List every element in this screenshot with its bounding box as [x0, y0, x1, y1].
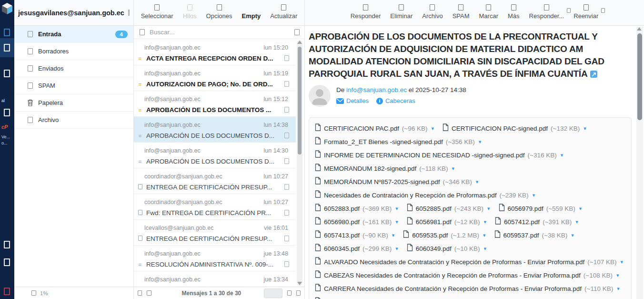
scroll-down-icon[interactable]: [297, 282, 302, 285]
message-row[interactable]: info@sanjuan.gob.eclun 15:20=ACTA ENTREG…: [134, 40, 296, 65]
cpanel-icon[interactable]: cP: [1, 124, 8, 130]
list-opciones-button[interactable]: Opciones: [206, 3, 232, 20]
attachment-dropdown-icon[interactable]: ▾: [392, 232, 395, 238]
attachment-certificacion-pac-pdf[interactable]: CERTIFICACION PAC.pdf(~96 KB)▾: [315, 124, 434, 133]
pager-prev-icon[interactable]: [287, 290, 292, 296]
rail-app-icon-6[interactable]: [4, 288, 10, 295]
attachment-dropdown-icon[interactable]: ▾: [584, 125, 586, 132]
message-reenviar-button[interactable]: Reenviar: [574, 3, 598, 20]
message-row[interactable]: info@sanjuan.gob.eclun 14:38=APROBACIÓN …: [134, 117, 296, 143]
attachment-dropdown-icon[interactable]: ▾: [616, 272, 619, 278]
message-checkbox[interactable]: [284, 236, 289, 241]
message-row[interactable]: coordinador@sanjuan.gob.eclun 10:27Fwd: …: [134, 194, 296, 220]
attachment-6056981-pdf[interactable]: 6056981.pdf(~12 KB)▾: [407, 217, 486, 227]
attachment-6056979-pdf[interactable]: 6056979.pdf(~559 KB)▾: [499, 204, 582, 213]
search-options-icon[interactable]: [294, 29, 300, 35]
attachment-formato-2-et-bienes-signed-signed-pdf[interactable]: Formato_2_ET Bienes -signed-signed.pdf(~…: [315, 137, 481, 146]
attachment-dropdown-icon[interactable]: ▾: [620, 259, 623, 265]
attachment-dropdown-icon[interactable]: ▾: [579, 206, 582, 212]
attachment-memor-ndum-n-857-2025-signed-pdf[interactable]: MEMORÁNDUM Nº857-2025-signed.pdf(~346 KB…: [315, 177, 478, 186]
message-checkbox[interactable]: [284, 133, 289, 138]
attachment-dropdown-icon[interactable]: ▾: [575, 219, 578, 225]
message-archivo-button[interactable]: Archivo: [422, 3, 443, 20]
message-row[interactable]: info@sanjuan.gob.eclun 15:12=APROBACIÓN …: [134, 91, 296, 117]
message-row[interactable]: info@sanjuan.gob.ecjue 13:48=RESOLUCIÓN …: [134, 246, 296, 271]
attachment-6057412-pdf[interactable]: 6057412.pdf(~391 KB)▾: [495, 217, 578, 227]
footer-move-icon[interactable]: [147, 290, 151, 296]
reading-scrollbar-thumb[interactable]: [637, 33, 642, 120]
details-link[interactable]: Detalles: [336, 97, 369, 104]
message-row[interactable]: info@sanjuan.gob.eclun 14:30=APROBACIÓN …: [134, 143, 296, 168]
message-row[interactable]: lcevallos@sanjuan.gob.ecvie 16:01ENTREGA…: [134, 220, 296, 246]
message-checkbox[interactable]: [284, 55, 289, 61]
message-checkbox[interactable]: [284, 107, 289, 113]
attachment-6059537-pdf[interactable]: 6059537.pdf(~38 KB)▾: [494, 230, 574, 240]
list-seleccionar-button[interactable]: Seleccionar: [141, 3, 173, 20]
attachment-6060349-pdf[interactable]: 6060349.pdf(~10 KB)▾: [407, 244, 486, 253]
attachment-dropdown-icon[interactable]: ▾: [484, 246, 487, 252]
rail-app-icon-5[interactable]: [4, 258, 10, 266]
attachment-dropdown-icon[interactable]: ▾: [571, 232, 574, 238]
message-eliminar-button[interactable]: Eliminar: [390, 3, 413, 20]
headers-link[interactable]: i Cabeceras: [376, 97, 415, 104]
popout-icon[interactable]: [590, 71, 597, 78]
message-spam-button[interactable]: SPAM: [453, 3, 470, 20]
attachment-memorandum-182-signed-pdf[interactable]: MEMORANDUM 182-signed.pdf(~118 KB)▾: [315, 164, 454, 173]
attachment-dropdown-icon[interactable]: ▾: [479, 139, 482, 145]
pager-next-icon[interactable]: [296, 290, 301, 296]
select-all-checkbox[interactable]: [140, 29, 145, 35]
attachment-6060345-pdf[interactable]: 6060345.pdf(~299 KB)▾: [315, 244, 398, 253]
attachment-necesidades-de-contrataci-n-y-recepci-n-de-proformas-pdf[interactable]: Necesidades de Contratación y Recepción …: [315, 190, 535, 200]
attachment-dropdown-icon[interactable]: ▾: [484, 219, 487, 225]
message-responder-button[interactable]: Responder: [351, 3, 381, 20]
list-actualizar-button[interactable]: Actualizar: [270, 3, 297, 20]
message-row[interactable]: info@sanjuan.gob.ecjue 13:34: [134, 271, 296, 287]
message-row[interactable]: coordinador@sanjuan.gob.eclun 10:27ENTRE…: [134, 168, 296, 194]
attachment-dropdown-icon[interactable]: ▾: [395, 246, 398, 252]
attachment-dropdown-icon[interactable]: ▾: [617, 286, 620, 292]
attachment-cabezas-necesidades-de-contrataci-n-y-recepci-n-de-proformas-enviar-proforma-pdf[interactable]: CABEZAS Necesidades de Contratación y Re…: [315, 270, 619, 280]
list-hilos-button[interactable]: Hilos: [183, 3, 197, 20]
folder-item-papelera[interactable]: Papelera: [14, 94, 133, 112]
rail-app-icon-2[interactable]: [4, 70, 10, 77]
message-checkbox[interactable]: [284, 81, 289, 87]
folder-item-borradores[interactable]: Borradores: [14, 43, 133, 60]
message-checkbox[interactable]: [284, 261, 289, 267]
page-input[interactable]: [264, 289, 282, 298]
attachment-dropdown-icon[interactable]: ▾: [452, 165, 455, 172]
account-menu-icon[interactable]: [128, 10, 130, 16]
message-checkbox[interactable]: [284, 184, 289, 190]
attachment-dropdown-icon[interactable]: ▾: [487, 206, 490, 212]
rail-app-icon-4[interactable]: [4, 241, 10, 248]
message-checkbox[interactable]: [284, 210, 289, 216]
attachment-dropdown-icon[interactable]: ▾: [533, 192, 535, 198]
rail-active-app[interactable]: [0, 38, 14, 57]
message-row[interactable]: info@sanjuan.gob.eclun 15:19=AUTORIZACIO…: [134, 65, 296, 91]
attachment-alvarado-necesidades-de-contrataci-n-y-recepci-n-de-proformas-enviar-proforma-pdf[interactable]: ALVARADO Necesidades de Contratación y R…: [315, 257, 623, 267]
from-email-link[interactable]: info@sanjuan.gob.ec: [346, 86, 407, 93]
attachment-6059535-pdf[interactable]: 6059535.pdf(~1.2 MB)▾: [403, 230, 485, 240]
rail-app-icon-1[interactable]: [4, 29, 10, 36]
message-checkbox[interactable]: [284, 158, 289, 164]
folder-item-archivo[interactable]: Archivo: [14, 112, 133, 129]
message-m-s-button[interactable]: Más: [508, 3, 520, 20]
attachment-informe-de-determinacion-de-necesidad-signed-signed-pdf[interactable]: INFORME DE DETERMINACION DE NECESIDAD -s…: [315, 150, 563, 160]
attachment-6052885-pdf[interactable]: 6052885.pdf(~243 KB)▾: [407, 204, 490, 213]
folder-item-spam[interactable]: SPAM: [14, 77, 133, 94]
attachment-dropdown-icon[interactable]: ▾: [431, 125, 434, 132]
attachment-6057413-pdf[interactable]: 6057413.pdf(~90 KB)▾: [315, 230, 394, 240]
webmail-logo-icon[interactable]: [1, 2, 13, 15]
message-marcar-button[interactable]: Marcar: [479, 3, 498, 20]
attachment-6056980-pdf[interactable]: 6056980.pdf(~161 KB)▾: [315, 217, 398, 227]
attachment-certificacion-pac-signed-pdf[interactable]: CERTIFICACION PAC-signed.pdf(~132 KB)▾: [443, 124, 586, 133]
attachment-dropdown-icon[interactable]: ▾: [561, 152, 564, 158]
read-scroll-up-icon[interactable]: [637, 27, 642, 31]
scroll-up-icon[interactable]: [297, 41, 302, 44]
message-responder-button[interactable]: Responder...: [529, 3, 564, 20]
attachment-dropdown-icon[interactable]: ▾: [395, 206, 398, 212]
split-dropdown-icon[interactable]: [567, 8, 571, 13]
folder-item-enviados[interactable]: Enviados: [14, 60, 133, 77]
rail-mail-icon[interactable]: [4, 44, 10, 52]
attachment-dropdown-icon[interactable]: ▾: [476, 179, 479, 185]
search-input[interactable]: [150, 29, 290, 36]
